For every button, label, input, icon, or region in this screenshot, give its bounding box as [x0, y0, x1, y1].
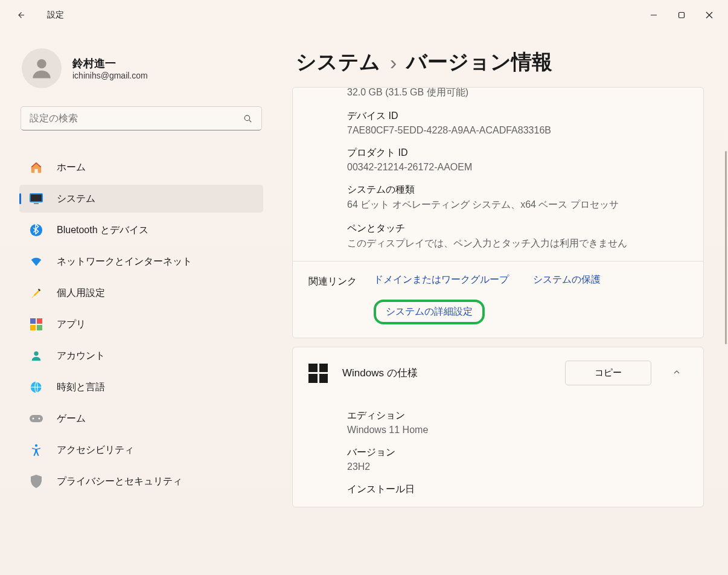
apps-icon: [29, 317, 43, 332]
breadcrumb-section[interactable]: システム: [296, 48, 380, 76]
sidebar-item-label: Bluetooth とデバイス: [57, 224, 148, 237]
profile-block[interactable]: 鈴村進一 ichinihs@gmail.com: [17, 48, 266, 88]
spec-label-product-id: プロダクト ID: [347, 147, 686, 159]
spec-label-device-id: デバイス ID: [347, 110, 686, 123]
spec-value-product-id: 00342-21214-26172-AAOEM: [347, 162, 686, 173]
svg-rect-17: [30, 415, 43, 422]
svg-rect-12: [37, 318, 42, 324]
windows-spec-title: Windows の仕様: [342, 366, 551, 380]
svg-rect-1: [679, 13, 685, 18]
chevron-right-icon: ›: [390, 51, 397, 74]
profile-email: ichinihs@gmail.com: [72, 71, 148, 80]
back-button[interactable]: [8, 3, 33, 27]
link-domain-workgroup[interactable]: ドメインまたはワークグループ: [374, 274, 509, 286]
search-input[interactable]: [30, 113, 243, 124]
sidebar-item-label: ホーム: [57, 161, 86, 174]
system-icon: [29, 191, 43, 206]
svg-rect-8: [31, 194, 42, 201]
shield-icon: [29, 474, 43, 489]
sidebar-item-label: アクセシビリティ: [57, 444, 134, 457]
svg-point-18: [33, 418, 34, 420]
collapse-toggle[interactable]: [666, 367, 688, 379]
sidebar-item-privacy[interactable]: プライバシーとセキュリティ: [19, 467, 263, 495]
svg-point-10: [30, 224, 42, 236]
related-links-label: 関連リンク: [308, 274, 357, 288]
spec-label-pen-touch: ペンとタッチ: [347, 222, 686, 235]
home-icon: [29, 160, 43, 175]
sidebar-item-bluetooth[interactable]: Bluetooth とデバイス: [19, 216, 263, 244]
bluetooth-icon: [29, 223, 43, 237]
arrow-left-icon: [15, 10, 26, 21]
search-icon: [243, 114, 253, 124]
close-icon: [706, 11, 713, 19]
sidebar-item-label: 個人用設定: [57, 287, 105, 300]
spec-value-system-type: 64 ビット オペレーティング システム、x64 ベース プロセッサ: [347, 199, 686, 211]
sidebar-item-system[interactable]: システム: [19, 185, 263, 213]
clock-globe-icon: [29, 380, 43, 394]
paintbrush-icon: [29, 286, 43, 300]
svg-point-20: [35, 445, 37, 447]
sidebar-item-accounts[interactable]: アカウント: [19, 342, 263, 370]
svg-point-19: [39, 418, 40, 420]
window-title: 設定: [47, 10, 64, 21]
avatar: [22, 48, 62, 88]
account-icon: [29, 349, 43, 363]
close-button[interactable]: [695, 4, 723, 26]
sidebar-item-label: プライバシーとセキュリティ: [57, 475, 182, 488]
sidebar-item-accessibility[interactable]: アクセシビリティ: [19, 436, 263, 464]
sidebar-item-label: ネットワークとインターネット: [57, 255, 192, 268]
profile-name: 鈴村進一: [72, 56, 148, 71]
svg-point-4: [37, 59, 46, 68]
sidebar-item-network[interactable]: ネットワークとインターネット: [19, 248, 263, 275]
search-box[interactable]: [21, 106, 262, 130]
svg-point-5: [244, 115, 250, 121]
sidebar-item-label: ゲーム: [57, 413, 86, 425]
svg-point-15: [34, 352, 38, 356]
device-spec-card: 32.0 GB (31.5 GB 使用可能) デバイス ID 7AE80CF7-…: [292, 87, 704, 338]
highlight-annotation: システムの詳細設定: [374, 300, 485, 324]
spec-value-pen-touch: このディスプレイでは、ペン入力とタッチ入力は利用できません: [347, 237, 686, 250]
svg-rect-14: [37, 325, 42, 330]
breadcrumb-page: バージョン情報: [406, 48, 552, 76]
spec-label-edition: エディション: [347, 410, 686, 422]
spec-value-edition: Windows 11 Home: [347, 425, 686, 435]
breadcrumb: システム › バージョン情報: [292, 48, 714, 76]
sidebar-item-apps[interactable]: アプリ: [19, 310, 263, 338]
spec-value-version: 23H2: [347, 461, 686, 472]
svg-rect-13: [30, 325, 36, 330]
sidebar-item-personalization[interactable]: 個人用設定: [19, 279, 263, 307]
chevron-up-icon: [672, 367, 682, 377]
svg-rect-11: [30, 318, 36, 324]
spec-value-ram: 32.0 GB (31.5 GB 使用可能): [347, 88, 686, 99]
sidebar-item-label: システム: [57, 193, 95, 205]
windows-icon: [308, 364, 328, 383]
maximize-icon: [678, 11, 685, 19]
sidebar-item-label: 時刻と言語: [57, 381, 105, 394]
spec-label-install-date: インストール日: [347, 483, 686, 496]
accessibility-icon: [29, 443, 43, 457]
sidebar-item-time-language[interactable]: 時刻と言語: [19, 373, 263, 401]
person-icon: [28, 55, 55, 82]
wifi-icon: [29, 254, 43, 269]
minimize-button[interactable]: [640, 4, 668, 26]
svg-rect-9: [34, 203, 39, 204]
svg-line-6: [249, 120, 251, 121]
sidebar-item-home[interactable]: ホーム: [19, 153, 263, 181]
sidebar-item-gaming[interactable]: ゲーム: [19, 405, 263, 432]
copy-button[interactable]: コピー: [565, 361, 651, 385]
spec-label-system-type: システムの種類: [347, 184, 686, 196]
maximize-button[interactable]: [668, 4, 695, 26]
spec-label-version: バージョン: [347, 446, 686, 459]
link-advanced-system-settings[interactable]: システムの詳細設定: [386, 306, 473, 316]
windows-spec-card: Windows の仕様 コピー エディション Windows 11 Home バ…: [292, 347, 704, 507]
spec-value-device-id: 7AE80CF7-5EDD-4228-A9AA-ACADFA83316B: [347, 125, 686, 136]
link-system-protection[interactable]: システムの保護: [533, 274, 601, 286]
scrollbar[interactable]: [725, 151, 727, 344]
sidebar-item-label: アプリ: [57, 318, 86, 331]
sidebar-item-label: アカウント: [57, 350, 105, 362]
gamepad-icon: [29, 411, 43, 426]
minimize-icon: [650, 11, 657, 19]
